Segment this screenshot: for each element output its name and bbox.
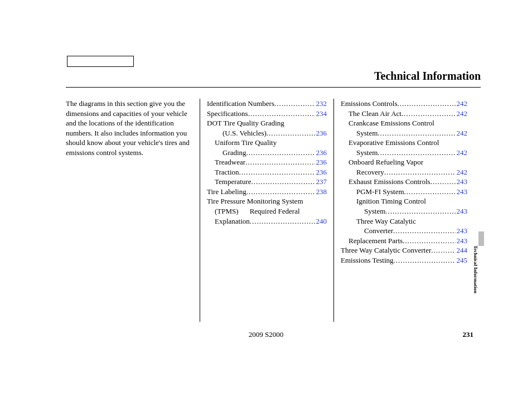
toc-page-link[interactable]: 237 bbox=[315, 177, 327, 187]
toc-label: Identification Numbers bbox=[207, 99, 274, 109]
toc-label: Tire Pressure Monitoring System bbox=[207, 197, 303, 205]
toc-label: Three Way Catalytic bbox=[356, 217, 416, 225]
toc-label: Tire Labeling bbox=[207, 187, 246, 197]
toc-page-link[interactable]: 243 bbox=[456, 226, 468, 236]
toc-label: PGM-FI System bbox=[356, 187, 404, 197]
toc-dots bbox=[274, 99, 315, 109]
toc-dots bbox=[431, 177, 456, 187]
toc-entry-cont: Converter243 bbox=[341, 226, 467, 236]
toc-entry: DOT Tire Quality Grading bbox=[207, 118, 327, 128]
toc-entry: Emissions Testing245 bbox=[341, 255, 467, 265]
toc-entry-cont: System242 bbox=[341, 128, 467, 138]
toc-page-link[interactable]: 238 bbox=[315, 187, 327, 197]
footer-page-number: 231 bbox=[463, 330, 474, 339]
toc-page-link[interactable]: 236 bbox=[315, 148, 327, 158]
toc-label: System bbox=[364, 206, 385, 216]
toc-label: Grading bbox=[223, 148, 246, 158]
toc-label: System bbox=[356, 128, 378, 138]
toc-dots bbox=[378, 128, 455, 138]
toc-entry: PGM-FI System243 bbox=[341, 187, 467, 197]
toc-page-link[interactable]: 242 bbox=[456, 128, 468, 138]
toc-dots bbox=[246, 187, 315, 197]
toc-dots bbox=[393, 226, 456, 236]
toc-label: (TPMS) bbox=[215, 207, 239, 215]
toc-label: Crankcase Emissions Control bbox=[349, 119, 434, 127]
toc-dots bbox=[404, 187, 456, 197]
toc-dots bbox=[394, 255, 456, 265]
toc-dots bbox=[248, 109, 315, 119]
toc-dots bbox=[431, 245, 455, 255]
toc-entry-cont: Recovery242 bbox=[341, 167, 467, 177]
toc-dots bbox=[246, 148, 315, 158]
toc-entry: The Clean Air Act242 bbox=[341, 109, 467, 119]
toc-dots bbox=[398, 99, 456, 109]
toc-label-mid: Required Federal bbox=[250, 207, 300, 215]
toc-label: Replacement Parts bbox=[349, 236, 403, 246]
toc-column-1: Identification Numbers232 Specifications… bbox=[200, 99, 333, 322]
toc-label: Uniform Tire Quality bbox=[215, 138, 277, 147]
content-columns: The diagrams in this section give you th… bbox=[66, 99, 481, 322]
toc-label: Converter bbox=[364, 226, 393, 236]
toc-entry: Tire Labeling238 bbox=[207, 187, 327, 197]
toc-entry: Tire Pressure Monitoring System bbox=[207, 196, 327, 206]
thumb-tab-label: Technical Information bbox=[472, 245, 478, 293]
toc-page-link[interactable]: 240 bbox=[315, 216, 327, 226]
toc-dots bbox=[402, 109, 456, 119]
toc-page-link[interactable]: 243 bbox=[456, 236, 468, 246]
toc-entry: Identification Numbers232 bbox=[207, 99, 327, 109]
toc-entry: Three Way Catalytic Converter244 bbox=[341, 245, 467, 255]
toc-page-link[interactable]: 245 bbox=[456, 255, 468, 265]
toc-label: Exhaust Emissions Controls bbox=[349, 177, 431, 187]
toc-dots bbox=[385, 206, 455, 216]
toc-entry: Traction236 bbox=[207, 167, 327, 177]
title-divider bbox=[66, 87, 481, 88]
toc-label: DOT Tire Quality Grading bbox=[207, 119, 284, 127]
toc-entry: Exhaust Emissions Controls243 bbox=[341, 177, 467, 187]
toc-page-link[interactable]: 236 bbox=[315, 157, 327, 167]
toc-dots bbox=[403, 236, 455, 246]
toc-page-link[interactable]: 242 bbox=[456, 109, 468, 119]
toc-page-link[interactable]: 234 bbox=[315, 109, 327, 119]
toc-entry: Ignition Timing Control bbox=[341, 196, 467, 206]
toc-page-link[interactable]: 243 bbox=[456, 187, 468, 197]
toc-entry: Specifications234 bbox=[207, 109, 327, 119]
toc-page-link[interactable]: 242 bbox=[456, 167, 468, 177]
toc-label: Emissions Controls bbox=[341, 99, 398, 109]
toc-label: Evaporative Emissions Control bbox=[349, 138, 439, 147]
toc-page-link[interactable]: 236 bbox=[315, 167, 327, 177]
toc-dots bbox=[239, 167, 315, 177]
toc-page-link[interactable]: 242 bbox=[456, 148, 468, 158]
toc-label: Three Way Catalytic Converter bbox=[341, 245, 431, 255]
toc-dots bbox=[378, 148, 455, 158]
toc-label: Onboard Refueling Vapor bbox=[349, 158, 423, 166]
footer-model: 2009 S2000 bbox=[0, 330, 532, 339]
toc-label: Recovery bbox=[356, 167, 384, 177]
toc-dots bbox=[245, 157, 315, 167]
toc-dots bbox=[267, 128, 315, 138]
toc-dots bbox=[384, 167, 456, 177]
toc-entry: Evaporative Emissions Control bbox=[341, 138, 467, 148]
toc-entry: Crankcase Emissions Control bbox=[341, 118, 467, 128]
toc-label: (U.S. Vehicles) bbox=[223, 128, 267, 138]
toc-entry: Replacement Parts243 bbox=[341, 236, 467, 246]
toc-entry: Temperature237 bbox=[207, 177, 327, 187]
toc-dots bbox=[250, 216, 315, 226]
toc-entry-cont: System243 bbox=[341, 206, 467, 216]
toc-entry-cont: (U.S. Vehicles)236 bbox=[207, 128, 327, 138]
toc-label: System bbox=[356, 148, 378, 158]
toc-page-link[interactable]: 242 bbox=[456, 99, 468, 109]
toc-page-link[interactable]: 244 bbox=[456, 245, 468, 255]
thumb-tab-marker bbox=[478, 231, 484, 246]
toc-page-link[interactable]: 243 bbox=[456, 206, 468, 216]
toc-page-link[interactable]: 243 bbox=[456, 177, 468, 187]
toc-entry: Three Way Catalytic bbox=[341, 216, 467, 226]
toc-dots bbox=[252, 177, 315, 187]
toc-label: Specifications bbox=[207, 109, 248, 119]
toc-entry: Treadwear236 bbox=[207, 157, 327, 167]
toc-entry-cont: (TPMS)Required Federal bbox=[207, 206, 327, 216]
toc-page-link[interactable]: 232 bbox=[315, 99, 327, 109]
toc-label: The Clean Air Act bbox=[349, 109, 402, 119]
toc-page-link[interactable]: 236 bbox=[315, 128, 327, 138]
toc-column-2: Emissions Controls242 The Clean Air Act2… bbox=[333, 99, 467, 322]
page-content: Technical Information The diagrams in th… bbox=[0, 0, 532, 322]
